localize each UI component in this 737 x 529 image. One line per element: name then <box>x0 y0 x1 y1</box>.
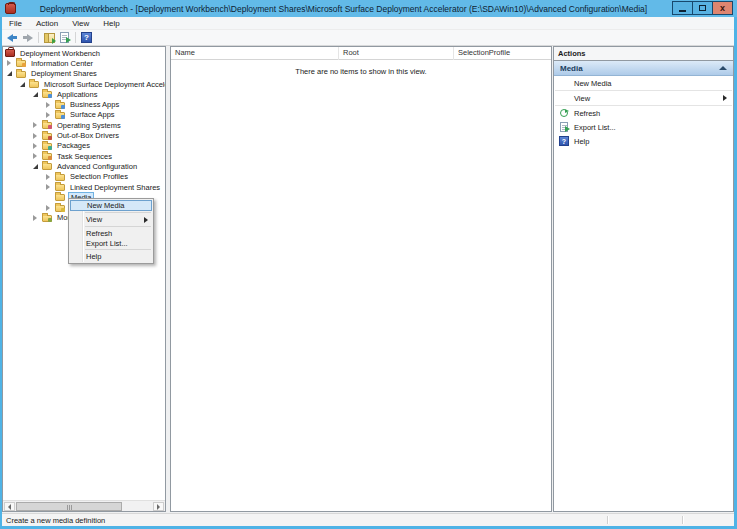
toolbar-separator <box>38 32 39 43</box>
folder-icon <box>55 205 65 212</box>
expand-arrow-icon[interactable] <box>46 102 55 108</box>
folder-icon <box>29 81 39 88</box>
tree-node-out-of-box-drivers[interactable]: Out-of-Box Drivers <box>3 130 165 140</box>
tree-node-surface-apps[interactable]: Surface Apps <box>3 110 165 120</box>
context-menu-refresh[interactable]: Refresh <box>69 228 153 238</box>
results-list-pane: Name Root SelectionProfile There are no … <box>170 46 552 512</box>
export-list-button[interactable] <box>57 31 72 45</box>
column-header-name[interactable]: Name <box>171 47 339 60</box>
tree-node-label: Microsoft Surface Deployment Accelerato <box>42 80 166 89</box>
export-list-icon <box>60 32 69 43</box>
column-header-selectionprofile[interactable]: SelectionProfile <box>454 47 551 60</box>
workbench-icon <box>5 49 15 57</box>
scroll-left-button[interactable] <box>4 502 15 511</box>
expand-arrow-icon[interactable] <box>46 112 55 118</box>
actions-pane-title: Actions <box>554 47 733 61</box>
context-menu-help[interactable]: Help <box>69 251 153 262</box>
tree-node-label: Task Sequences <box>55 152 114 161</box>
status-separator <box>607 516 608 524</box>
close-icon: x <box>720 4 725 13</box>
refresh-icon <box>560 109 568 117</box>
status-separator <box>682 516 683 524</box>
tree-node-information-center[interactable]: Information Center <box>3 58 165 68</box>
collapse-arrow-icon[interactable] <box>7 71 16 76</box>
tree-node-label: Information Center <box>29 59 95 68</box>
folder-icon <box>42 122 52 129</box>
tree-node-advanced-configuration[interactable]: Advanced Configuration <box>3 161 165 171</box>
action-refresh[interactable]: Refresh <box>554 106 733 120</box>
tree-node-applications[interactable]: Applications <box>3 89 165 99</box>
menu-view[interactable]: View <box>65 17 96 30</box>
actions-pane: Actions Media New Media View Refresh Exp… <box>553 46 734 512</box>
menu-file[interactable]: File <box>2 17 29 30</box>
expand-arrow-icon[interactable] <box>33 215 42 221</box>
folder-icon <box>16 60 26 67</box>
forward-arrow-icon <box>22 34 33 42</box>
minimize-icon <box>679 10 686 12</box>
tree-node-deployment-shares[interactable]: Deployment Shares <box>3 69 165 79</box>
context-menu-new-media[interactable]: New Media <box>70 200 152 211</box>
folder-icon <box>42 215 52 222</box>
tree-node-label: Surface Apps <box>68 110 117 119</box>
folder-icon <box>16 71 26 78</box>
show-hide-console-tree-button[interactable] <box>42 31 57 45</box>
collapse-section-icon[interactable] <box>719 66 727 70</box>
menu-bar: File Action View Help <box>2 17 734 30</box>
expand-arrow-icon[interactable] <box>33 153 42 159</box>
action-new-media[interactable]: New Media <box>554 76 733 90</box>
title-bar[interactable]: DeploymentWorkbench - [Deployment Workbe… <box>0 0 737 17</box>
tree-node-business-apps[interactable]: Business Apps <box>3 99 165 109</box>
expand-arrow-icon[interactable] <box>46 174 55 180</box>
tree-node-linked-deployment-shares[interactable]: Linked Deployment Shares <box>3 182 165 192</box>
folder-icon <box>55 174 65 181</box>
context-menu-export-list[interactable]: Export List... <box>69 238 153 248</box>
menu-help[interactable]: Help <box>96 17 126 30</box>
app-icon <box>5 3 16 14</box>
tree-node-label: Advanced Configuration <box>55 162 139 171</box>
menu-action[interactable]: Action <box>29 17 65 30</box>
show-hide-console-tree-icon <box>44 33 55 43</box>
expand-arrow-icon[interactable] <box>46 184 55 190</box>
scroll-right-button[interactable] <box>153 502 164 511</box>
collapse-arrow-icon[interactable] <box>20 82 29 87</box>
actions-section-media[interactable]: Media <box>554 61 733 76</box>
expand-arrow-icon[interactable] <box>33 122 42 128</box>
back-arrow-icon <box>7 34 18 42</box>
context-menu-view[interactable]: View <box>69 214 153 225</box>
work-area: Deployment Workbench Information Center … <box>2 46 734 513</box>
help-button[interactable]: ? <box>79 31 94 45</box>
console-tree-pane: Deployment Workbench Information Center … <box>2 46 166 512</box>
expand-arrow-icon[interactable] <box>7 60 16 66</box>
tree-node-deployment-workbench[interactable]: Deployment Workbench <box>3 48 165 58</box>
tree-node-selection-profiles[interactable]: Selection Profiles <box>3 172 165 182</box>
expand-arrow-icon[interactable] <box>46 205 55 211</box>
action-view[interactable]: View <box>554 91 733 105</box>
folder-icon <box>55 194 65 201</box>
back-button[interactable] <box>5 31 20 45</box>
tree-node-task-sequences[interactable]: Task Sequences <box>3 151 165 161</box>
maximize-button[interactable] <box>692 1 713 15</box>
tree-node-label: Deployment Shares <box>29 69 99 78</box>
action-help[interactable]: ? Help <box>554 134 733 148</box>
submenu-arrow-icon <box>723 95 727 101</box>
collapse-arrow-icon[interactable] <box>33 164 42 169</box>
scrollbar-thumb[interactable] <box>16 502 122 511</box>
tree-node-operating-systems[interactable]: Operating Systems <box>3 120 165 130</box>
forward-button[interactable] <box>20 31 35 45</box>
expand-arrow-icon[interactable] <box>33 143 42 149</box>
folder-icon <box>42 163 52 170</box>
tree-node-label: Selection Profiles <box>68 172 130 181</box>
column-header-root[interactable]: Root <box>339 47 454 60</box>
collapse-arrow-icon[interactable] <box>33 92 42 97</box>
minimize-button[interactable] <box>672 1 693 15</box>
tree-node-label: Packages <box>55 141 92 150</box>
folder-icon <box>42 91 52 98</box>
toolbar-separator <box>75 32 76 43</box>
horizontal-scrollbar[interactable] <box>3 500 165 511</box>
folder-icon <box>42 133 52 140</box>
expand-arrow-icon[interactable] <box>33 133 42 139</box>
action-export-list[interactable]: Export List... <box>554 120 733 134</box>
tree-node-packages[interactable]: Packages <box>3 141 165 151</box>
close-button[interactable]: x <box>712 1 733 15</box>
tree-node-surface-deployment-accelerator[interactable]: Microsoft Surface Deployment Accelerato <box>3 79 165 89</box>
